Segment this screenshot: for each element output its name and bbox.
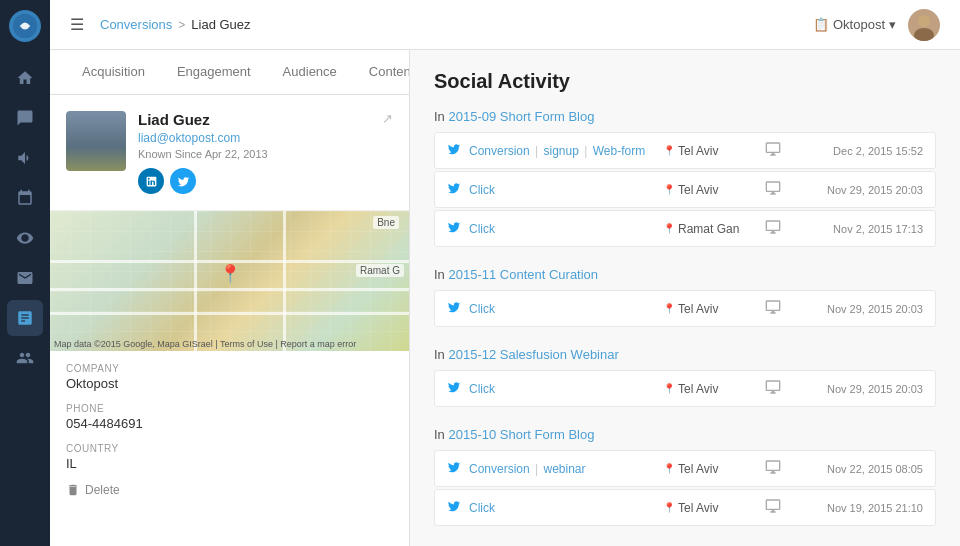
activity-row: Conversion | webinar📍Tel AvivNov 22, 201…: [434, 450, 936, 487]
twitter-icon: [447, 181, 461, 198]
twitter-icon: [447, 460, 461, 477]
delete-button[interactable]: Delete: [66, 483, 393, 497]
profile-email[interactable]: liad@oktopost.com: [138, 131, 370, 145]
sidebar-item-campaigns[interactable]: [7, 100, 43, 136]
activity-row: Click📍Tel AvivNov 29, 2015 20:03: [434, 171, 936, 208]
breadcrumb-conversions[interactable]: Conversions: [100, 17, 172, 32]
activity-device: [761, 498, 785, 517]
twitter-icon: [447, 300, 461, 317]
location-text: Tel Aviv: [678, 501, 718, 515]
activity-device: [761, 180, 785, 199]
group-label-0: In 2015-09 Short Form Blog: [434, 109, 936, 124]
location-text: Tel Aviv: [678, 183, 718, 197]
sidebar-logo[interactable]: [9, 10, 41, 42]
activity-location: 📍Tel Aviv: [663, 144, 753, 158]
phone-label: Phone: [66, 403, 393, 414]
phone-value: 054-4484691: [66, 416, 393, 431]
group-label-2: In 2015-12 Salesfusion Webinar: [434, 347, 936, 362]
location-text: Ramat Gan: [678, 222, 739, 236]
group-label-1: In 2015-11 Content Curation: [434, 267, 936, 282]
main-area: ☰ Conversions > Liad Guez 📋 Oktopost ▾: [50, 0, 960, 546]
pin-icon: 📍: [663, 383, 675, 394]
location-text: Tel Aviv: [678, 462, 718, 476]
activity-text: Click: [469, 501, 655, 515]
user-avatar[interactable]: [908, 9, 940, 41]
activity-date: Nov 29, 2015 20:03: [793, 383, 923, 395]
svg-point-2: [914, 28, 934, 41]
twitter-button[interactable]: [170, 168, 196, 194]
location-text: Tel Aviv: [678, 382, 718, 396]
breadcrumb-current-page: Liad Guez: [191, 17, 250, 32]
activity-date: Nov 19, 2015 21:10: [793, 502, 923, 514]
activity-group-1: In 2015-11 Content CurationClick📍Tel Avi…: [434, 267, 936, 327]
profile-card: Liad Guez liad@oktopost.com Known Since …: [50, 95, 409, 211]
activity-date: Nov 2, 2015 17:13: [793, 223, 923, 235]
activity-device: [761, 141, 785, 160]
social-icons: [138, 168, 370, 194]
sidebar-item-calendar[interactable]: [7, 180, 43, 216]
activity-date: Nov 29, 2015 20:03: [793, 184, 923, 196]
delete-label: Delete: [85, 483, 120, 497]
activity-date: Nov 22, 2015 08:05: [793, 463, 923, 475]
breadcrumb: Conversions > Liad Guez: [100, 17, 251, 32]
campaign-link-2[interactable]: 2015-12 Salesfusion Webinar: [448, 347, 618, 362]
activity-row: Click📍Tel AvivNov 19, 2015 21:10: [434, 489, 936, 526]
activity-text: Conversion | webinar: [469, 462, 655, 476]
activity-group-2: In 2015-12 Salesfusion WebinarClick📍Tel …: [434, 347, 936, 407]
right-panel: Social Activity In 2015-09 Short Form Bl…: [410, 50, 960, 546]
country-value: IL: [66, 456, 393, 471]
activity-device: [761, 219, 785, 238]
details-section: Company Oktopost Phone 054-4484691 Count…: [50, 351, 409, 509]
twitter-icon: [447, 220, 461, 237]
sidebar-item-publish[interactable]: [7, 140, 43, 176]
campaign-link-0[interactable]: 2015-09 Short Form Blog: [448, 109, 594, 124]
group-label-3: In 2015-10 Short Form Blog: [434, 427, 936, 442]
sidebar-item-home[interactable]: [7, 60, 43, 96]
pin-icon: 📍: [663, 303, 675, 314]
campaign-link-1[interactable]: 2015-11 Content Curation: [448, 267, 598, 282]
tabs-bar: Acquisition Engagement Audience Content …: [50, 50, 409, 95]
sidebar-item-monitor[interactable]: [7, 220, 43, 256]
activity-location: 📍Tel Aviv: [663, 501, 753, 515]
profile-name: Liad Guez: [138, 111, 370, 128]
map-attribution: Map data ©2015 Google, Mapa GISrael | Te…: [54, 339, 356, 349]
sidebar-item-people[interactable]: [7, 340, 43, 376]
org-name-label: Oktopost: [833, 17, 885, 32]
activity-text: Click: [469, 222, 655, 236]
org-switcher[interactable]: 📋 Oktopost ▾: [813, 17, 896, 32]
activity-device: [761, 459, 785, 478]
activity-text: Click: [469, 302, 655, 316]
map-area: 📍 Bne Ramat G Map data ©2015 Google, Map…: [50, 211, 409, 351]
topnav: ☰ Conversions > Liad Guez 📋 Oktopost ▾: [50, 0, 960, 50]
activity-row: Click📍Tel AvivNov 29, 2015 20:03: [434, 290, 936, 327]
pin-icon: 📍: [663, 502, 675, 513]
activity-row: Click📍Tel AvivNov 29, 2015 20:03: [434, 370, 936, 407]
activity-location: 📍Tel Aviv: [663, 183, 753, 197]
activity-location: 📍Tel Aviv: [663, 382, 753, 396]
activity-group-3: In 2015-10 Short Form BlogConversion | w…: [434, 427, 936, 526]
pin-icon: 📍: [663, 184, 675, 195]
profile-photo: [66, 111, 126, 171]
tab-engagement[interactable]: Engagement: [161, 50, 267, 95]
location-text: Tel Aviv: [678, 302, 718, 316]
activity-date: Nov 29, 2015 20:03: [793, 303, 923, 315]
location-text: Tel Aviv: [678, 144, 718, 158]
external-link-icon[interactable]: ↗: [382, 111, 393, 126]
sidebar-item-inbox[interactable]: [7, 260, 43, 296]
tab-acquisition[interactable]: Acquisition: [66, 50, 161, 95]
breadcrumb-separator: >: [178, 18, 185, 32]
twitter-icon: [447, 142, 461, 159]
activity-text: Click: [469, 183, 655, 197]
left-panel: Acquisition Engagement Audience Content …: [50, 50, 410, 546]
linkedin-button[interactable]: [138, 168, 164, 194]
pin-icon: 📍: [663, 145, 675, 156]
profile-info: Liad Guez liad@oktopost.com Known Since …: [138, 111, 370, 194]
hamburger-menu[interactable]: ☰: [70, 15, 84, 34]
campaign-link-3[interactable]: 2015-10 Short Form Blog: [448, 427, 594, 442]
twitter-icon: [447, 380, 461, 397]
activity-location: 📍Tel Aviv: [663, 462, 753, 476]
tab-content[interactable]: Content: [353, 50, 410, 95]
tab-audience[interactable]: Audience: [267, 50, 353, 95]
sidebar-item-analytics[interactable]: [7, 300, 43, 336]
activity-text: Click: [469, 382, 655, 396]
